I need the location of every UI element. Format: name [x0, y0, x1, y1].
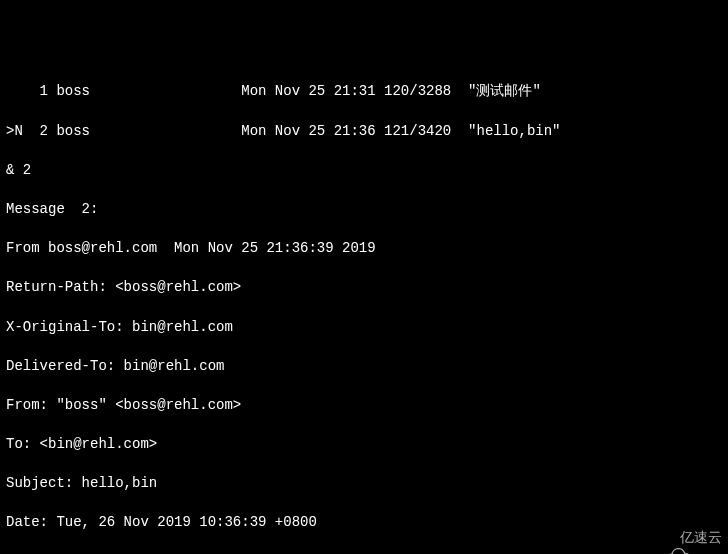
watermark-text: 亿速云 [680, 528, 722, 548]
header-x-original-to: X-Original-To: bin@rehl.com [6, 318, 722, 338]
header-delivered-to: Delivered-To: bin@rehl.com [6, 357, 722, 377]
header-date: Date: Tue, 26 Nov 2019 10:36:39 +0800 [6, 513, 722, 533]
cloud-icon [646, 528, 676, 548]
mail-list-row: 1 boss Mon Nov 25 21:31 120/3288 "测试邮件" [6, 82, 722, 102]
mail-list-row-selected: >N 2 boss Mon Nov 25 21:36 121/3420 "hel… [6, 122, 722, 142]
header-from-envelope: From boss@rehl.com Mon Nov 25 21:36:39 2… [6, 239, 722, 259]
watermark: 亿速云 [646, 528, 722, 548]
header-to: To: <bin@rehl.com> [6, 435, 722, 455]
command-input[interactable]: & 2 [6, 161, 722, 181]
header-return-path: Return-Path: <boss@rehl.com> [6, 278, 722, 298]
header-from: From: "boss" <boss@rehl.com> [6, 396, 722, 416]
header-subject: Subject: hello,bin [6, 474, 722, 494]
message-number: Message 2: [6, 200, 722, 220]
